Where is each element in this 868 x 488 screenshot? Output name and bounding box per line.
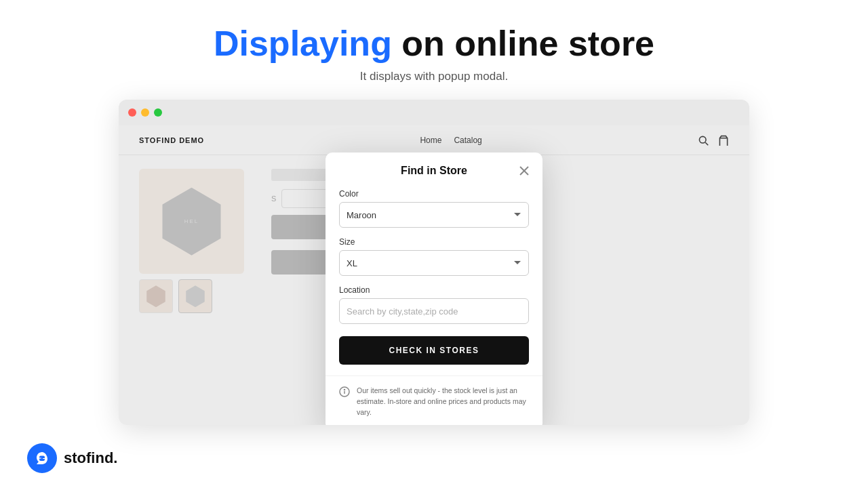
hero-title: Displaying on online store	[214, 24, 654, 63]
color-group: Color Maroon Black White Navy	[339, 189, 529, 228]
size-select[interactable]: XS S M L XL XXL	[339, 250, 529, 276]
browser-mockup: STOFIND DEMO Home Catalog HEL	[119, 100, 749, 425]
stofind-icon	[33, 449, 51, 467]
brand-dot: .	[113, 449, 117, 466]
find-in-store-modal: Find in Store Color Maroon Black	[326, 152, 542, 425]
color-select[interactable]: Maroon Black White Navy	[339, 202, 529, 228]
modal-title: Find in Store	[401, 165, 467, 177]
size-label: Size	[339, 237, 529, 247]
modal-header: Find in Store	[326, 152, 542, 186]
browser-dot-red	[128, 108, 136, 117]
browser-dot-green	[154, 108, 162, 117]
modal-footer-text: Our items sell out quickly - the stock l…	[357, 386, 529, 418]
modal-overlay: Find in Store Color Maroon Black	[119, 125, 749, 425]
hero-section: Displaying on online store It displays w…	[214, 0, 654, 97]
browser-bar	[119, 100, 749, 125]
brand-section: stofind.	[27, 443, 117, 473]
size-group: Size XS S M L XL XXL	[339, 237, 529, 276]
store-page: STOFIND DEMO Home Catalog HEL	[119, 125, 749, 425]
hero-subtitle: It displays with popup modal.	[214, 70, 654, 83]
hero-title-rest: on online store	[392, 24, 654, 63]
modal-close-button[interactable]	[517, 163, 532, 178]
location-group: Location	[339, 285, 529, 324]
check-in-stores-button[interactable]: CHECK IN STORES	[339, 336, 529, 365]
hero-title-highlight: Displaying	[214, 24, 392, 63]
color-label: Color	[339, 189, 529, 199]
location-label: Location	[339, 285, 529, 295]
modal-footer: Our items sell out quickly - the stock l…	[326, 375, 542, 425]
svg-point-7	[344, 390, 344, 390]
info-icon	[339, 386, 350, 397]
modal-body: Color Maroon Black White Navy Size XS S	[326, 186, 542, 375]
brand-name-text: stofind	[64, 449, 113, 466]
browser-dot-yellow	[141, 108, 149, 117]
brand-name: stofind.	[64, 449, 117, 467]
location-input[interactable]	[339, 298, 529, 324]
brand-logo	[27, 443, 57, 473]
